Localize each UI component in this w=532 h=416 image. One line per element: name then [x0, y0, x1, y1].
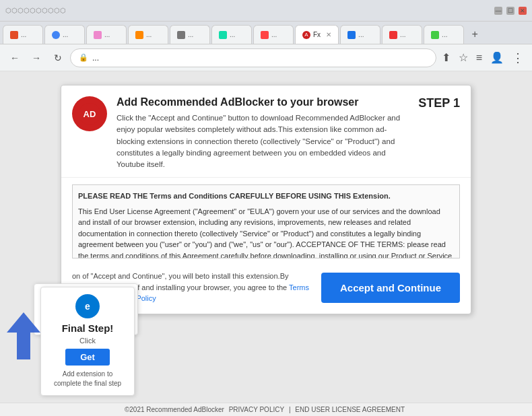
tab-3[interactable]: ... [86, 25, 127, 44]
page-content: 27 AD Add Recommended AdBlocker to your … [0, 71, 532, 416]
accept-continue-button[interactable]: Accept and Continue [321, 273, 460, 303]
back-button[interactable]: ← [5, 48, 24, 67]
footer-separator-1: | [289, 406, 291, 413]
address-bar[interactable]: 🔒 ... [70, 48, 436, 67]
footer-privacy-link[interactable]: PRIVACY POLICY [229, 406, 284, 413]
browser-tabs-bar: ... ... ... ... ... ... ... A Fx ✕ ... .… [0, 22, 532, 44]
dialog-header-text: Add Recommended AdBlocker to your browse… [117, 96, 409, 170]
eula-header: PLEASE READ THE Terms and Conditions CAR… [78, 190, 454, 202]
adblocker-logo-icon: AD [72, 96, 107, 131]
refresh-button[interactable]: ↻ [48, 48, 67, 67]
step-label: STEP 1 [418, 96, 460, 110]
dialog-header: AD Add Recommended AdBlocker to your bro… [61, 85, 471, 178]
eula-text-box[interactable]: PLEASE READ THE Terms and Conditions CAR… [72, 184, 460, 258]
edge-browser-icon: e [75, 294, 100, 318]
new-tab-button[interactable]: + [465, 25, 484, 44]
collections-icon[interactable]: ≡ [476, 52, 482, 64]
minimize-button[interactable]: — [494, 7, 502, 15]
arrow-indicator [7, 312, 40, 362]
adblocker-dialog: AD Add Recommended AdBlocker to your bro… [61, 85, 471, 314]
tab-2[interactable]: ... [44, 25, 85, 44]
tab-4[interactable]: ... [128, 25, 168, 44]
tab-8[interactable]: ... [340, 25, 380, 44]
svg-marker-2 [7, 312, 40, 359]
eula-body: This End User License Agreement ("Agreem… [78, 206, 454, 259]
footer-eula-link[interactable]: END USER LICENSE AGREEMENT [295, 406, 405, 413]
browser-titlebar: ⬡⬡⬡⬡⬡⬡⬡⬡⬡⬡ — ☐ ✕ [0, 0, 532, 22]
dialog-subtitle: Click the "Accept and Continue" button t… [117, 112, 409, 170]
profile-icon[interactable]: 👤 [490, 51, 504, 64]
tab-9[interactable]: ... [382, 25, 422, 44]
close-button[interactable]: ✕ [519, 7, 527, 15]
tab-1[interactable]: ... [3, 25, 43, 44]
tab-10[interactable]: ... [424, 25, 464, 44]
footer-copyright: ©2021 Recommended AdBlocker [125, 406, 224, 413]
browser-navbar: ← → ↻ 🔒 ... ⬆ ☆ ≡ 👤 ⋮ [0, 44, 532, 71]
star-icon[interactable]: ☆ [459, 51, 468, 64]
maximize-button[interactable]: ☐ [506, 7, 514, 15]
address-bar-text: ... [92, 53, 428, 63]
share-icon[interactable]: ⬆ [442, 51, 451, 64]
tab-close-icon[interactable]: ✕ [326, 31, 331, 38]
tab-6[interactable]: ... [211, 25, 252, 44]
get-button[interactable]: Get [65, 349, 110, 366]
menu-icon[interactable]: ⋮ [512, 50, 524, 65]
final-step-title: Final Step! [49, 322, 126, 334]
svg-text:AD: AD [84, 109, 96, 119]
window-controls: — ☐ ✕ [494, 7, 527, 15]
final-step-desc: Add extension to complete the final step [49, 370, 126, 388]
forward-button[interactable]: → [27, 48, 46, 67]
dialog-title: Add Recommended AdBlocker to your browse… [117, 96, 409, 108]
tab-7[interactable]: ... [253, 25, 294, 44]
final-step-popup: e Final Step! Click Get Add extension to… [40, 287, 135, 396]
tab-5[interactable]: ... [170, 25, 210, 44]
page-footer: ©2021 Recommended AdBlocker PRIVACY POLI… [0, 403, 532, 416]
tab-active-ad[interactable]: A Fx ✕ [295, 25, 339, 44]
svg-text:e: e [85, 301, 90, 312]
final-step-click-label: Click [49, 337, 126, 345]
